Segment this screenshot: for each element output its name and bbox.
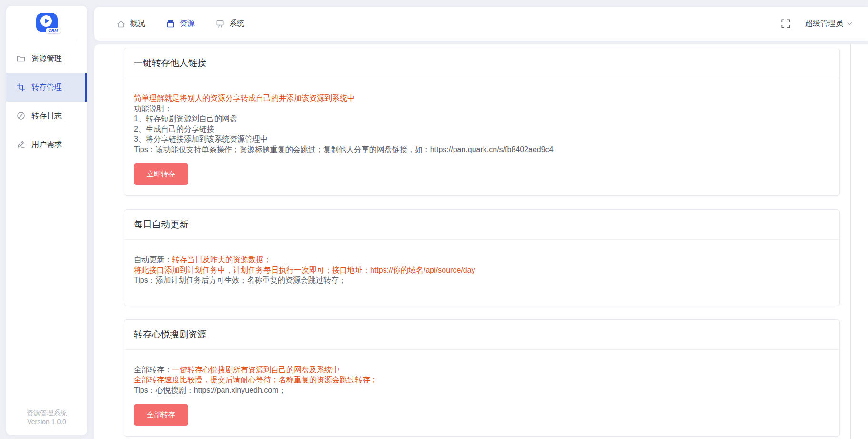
card-title: 转存心悦搜剧资源 (124, 320, 839, 350)
sidebar-item-transfer-logs[interactable]: 转存日志 (6, 102, 87, 130)
home-icon (117, 20, 125, 28)
version-label: Version 1.0.0 (6, 418, 87, 427)
card-one-key-transfer: 一键转存他人链接 简单理解就是将别人的资源分享转成自己的并添加该资源到系统中功能… (124, 48, 840, 196)
card-daily-auto-update: 每日自动更新 自动更新：转存当日及昨天的资源数据；将此接口添加到计划任务中，计划… (124, 209, 840, 306)
logo-text: CRM (46, 28, 61, 33)
text-line: 2、生成自己的分享链接 (134, 124, 830, 134)
card-title: 每日自动更新 (124, 210, 839, 240)
sidebar-item-label: 转存管理 (31, 82, 62, 92)
system-name: 资源管理系统 (6, 408, 87, 418)
sidebar-menu: 资源管理 转存管理 转存日志 用户需求 (6, 40, 87, 159)
text-line: Tips：该功能仅支持单条操作；资源标题重复的会跳过；复制他人分享的网盘链接，如… (134, 144, 830, 155)
text-line: Tips：心悦搜剧：https://pan.xinyuedh.com； (134, 385, 830, 396)
sidebar-item-user-needs[interactable]: 用户需求 (6, 130, 87, 159)
fullscreen-icon[interactable] (781, 19, 791, 29)
text-line: 简单理解就是将别人的资源分享转成自己的并添加该资源到系统中 (134, 93, 830, 103)
sidebar-item-resource-management[interactable]: 资源管理 (6, 44, 87, 73)
main-panel: 一键转存他人链接 简单理解就是将别人的资源分享转成自己的并添加该资源到系统中功能… (94, 44, 868, 439)
scrollbar-rail (850, 44, 851, 439)
card-body-text: 全部转存：一键转存心悦搜剧所有资源到自己的网盘及系统中全部转存速度比较慢，提交后… (134, 365, 830, 396)
card-title: 一键转存他人链接 (124, 48, 839, 78)
sidebar-item-label: 转存日志 (31, 111, 62, 121)
text-line: 自动更新：转存当日及昨天的资源数据； (134, 255, 830, 265)
chevron-down-icon (847, 20, 853, 27)
tab-system[interactable]: 系统 (216, 19, 244, 29)
folder-icon (17, 54, 25, 63)
tab-label: 资源 (180, 19, 195, 29)
sidebar: CRM 资源管理 转存管理 转存日志 用户需求 资源管理系统 Version 1… (6, 6, 87, 435)
text-line: 功能说明： (134, 103, 830, 114)
card-xinyue-transfer: 转存心悦搜剧资源 全部转存：一键转存心悦搜剧所有资源到自己的网盘及系统中全部转存… (124, 319, 840, 437)
tab-label: 系统 (229, 19, 244, 29)
top-bar-right: 超级管理员 (781, 19, 868, 29)
user-menu[interactable]: 超级管理员 (805, 19, 853, 29)
text-line: 3、将分享链接添加到该系统资源管理中 (134, 134, 830, 144)
card-body-text: 自动更新：转存当日及昨天的资源数据；将此接口添加到计划任务中，计划任务每日执行一… (134, 255, 830, 286)
tab-overview[interactable]: 概况 (117, 19, 145, 29)
sidebar-item-label: 资源管理 (31, 54, 62, 64)
sidebar-item-label: 用户需求 (31, 140, 62, 150)
user-name: 超级管理员 (805, 19, 843, 29)
logo-play-circle (40, 15, 52, 27)
text-line: 全部转存：一键转存心悦搜剧所有资源到自己的网盘及系统中 (134, 365, 830, 375)
tab-resources[interactable]: 资源 (166, 19, 195, 29)
content-area: 一键转存他人链接 简单理解就是将别人的资源分享转成自己的并添加该资源到系统中功能… (94, 44, 868, 437)
top-bar: 概况 资源 系统 超级管理员 (94, 7, 868, 41)
text-line: 全部转存速度比较慢，提交后请耐心等待；名称重复的资源会跳过转存； (134, 375, 830, 385)
tab-label: 概况 (130, 19, 145, 29)
card-body-text: 简单理解就是将别人的资源分享转成自己的并添加该资源到系统中功能说明：1、转存短剧… (134, 93, 830, 154)
board-icon (216, 20, 224, 28)
crm-logo-icon: CRM (36, 13, 58, 32)
crop-icon (17, 83, 25, 92)
app-logo: CRM (6, 6, 87, 40)
transfer-now-button[interactable]: 立即转存 (134, 163, 188, 185)
compass-icon (17, 112, 25, 120)
text-line: Tips：添加计划任务后方可生效；名称重复的资源会跳过转存； (134, 275, 830, 286)
archive-icon (166, 20, 175, 28)
top-nav: 概况 资源 系统 (94, 19, 244, 29)
play-icon (45, 18, 49, 24)
text-line: 1、转存短剧资源到自己的网盘 (134, 113, 830, 124)
sidebar-item-transfer-management[interactable]: 转存管理 (6, 73, 87, 102)
transfer-all-button[interactable]: 全部转存 (134, 404, 188, 426)
pen-icon (17, 140, 25, 149)
sidebar-footer: 资源管理系统 Version 1.0.0 (6, 408, 87, 435)
text-line: 将此接口添加到计划任务中，计划任务每日执行一次即可；接口地址：https://你… (134, 265, 830, 276)
